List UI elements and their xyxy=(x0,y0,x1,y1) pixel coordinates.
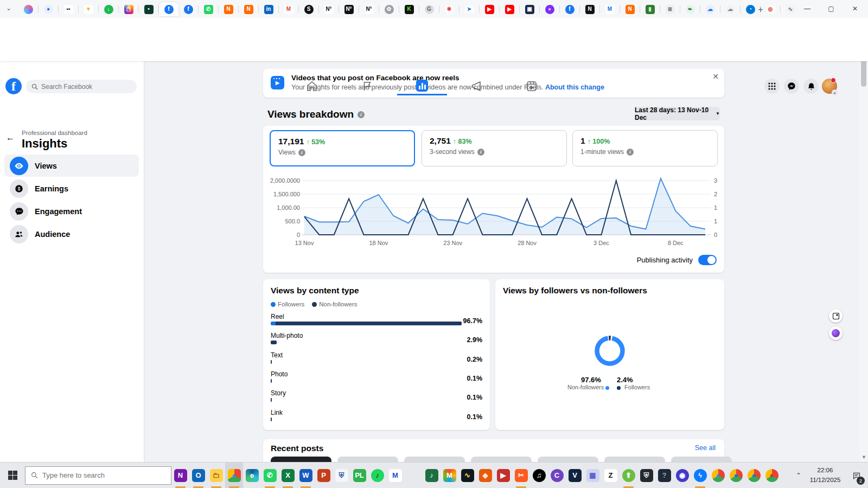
taskbar-chrome-profile-2-icon[interactable]: ● xyxy=(727,463,745,488)
taskbar-excel-icon[interactable]: X xyxy=(279,463,297,488)
content-type-row-multi-photo[interactable]: Multi-photo2.9% xyxy=(271,332,482,348)
facebook-tab-active[interactable]: f xyxy=(159,2,178,16)
window-maximize-button[interactable]: ▢ xyxy=(819,0,843,17)
taskbar-phone-app-icon[interactable]: ? xyxy=(655,463,673,488)
info-icon[interactable]: i xyxy=(627,149,634,156)
instagram-tab[interactable]: ◻ xyxy=(119,2,138,16)
fb-extra-tab[interactable]: f xyxy=(560,2,579,16)
content-type-row-photo[interactable]: Photo0.1% xyxy=(271,370,482,387)
taskbar-capcut-icon[interactable]: ✂ xyxy=(512,463,530,488)
dashes-tab[interactable]: ▪▪ xyxy=(59,2,78,16)
back-arrow-icon[interactable]: ← xyxy=(4,132,16,144)
notion-tab[interactable]: N xyxy=(580,2,599,16)
taskbar-upload-app-icon[interactable]: ⬆ xyxy=(620,463,637,488)
taskbar-video-app-icon[interactable]: ▶ xyxy=(494,463,512,488)
darkgreen-tab[interactable]: • xyxy=(139,2,158,16)
sidebar-item-engagement[interactable]: Engagement xyxy=(4,200,139,222)
side-panel-button[interactable] xyxy=(829,309,843,323)
taskbar-search-input[interactable] xyxy=(42,471,162,479)
taskbar-v-app-icon[interactable]: V xyxy=(566,463,584,488)
taskbar-messenger-icon[interactable]: ϟ xyxy=(691,463,709,488)
taskbar-chrome-icon[interactable]: ● xyxy=(225,463,243,488)
facebook-logo[interactable]: f xyxy=(5,78,22,94)
taskbar-tiktok-icon[interactable]: ♫ xyxy=(530,463,548,488)
scroll-down-arrow[interactable]: ▼ xyxy=(861,454,866,460)
blue-dot-tab[interactable]: ● xyxy=(39,2,58,16)
start-button[interactable] xyxy=(0,463,25,488)
blue-cloud-tab[interactable]: ☁ xyxy=(700,2,720,16)
stat-card-3-second-views[interactable]: 2,751↑ 83% 3-second viewsi xyxy=(422,130,567,166)
map-pin-tab[interactable]: ➤ xyxy=(459,2,479,16)
taskbar-chrome-profile-4-icon[interactable]: ● xyxy=(763,463,781,488)
leaf-tab[interactable]: ❧ xyxy=(680,2,700,16)
apps-grid-icon[interactable] xyxy=(764,79,780,94)
taskbar-defender-icon[interactable]: ⛨ xyxy=(637,463,655,488)
youtube-tab-1[interactable]: ▶ xyxy=(480,2,499,16)
info-icon[interactable]: i xyxy=(298,149,305,156)
gear-tab[interactable]: ✿ xyxy=(379,2,399,16)
content-type-row-story[interactable]: Story0.1% xyxy=(271,389,482,406)
taskbar-m-app-icon[interactable]: M xyxy=(386,463,404,488)
tab-insights-active[interactable] xyxy=(397,77,447,95)
window-close-button[interactable]: ✕ xyxy=(843,0,867,17)
facebook-tab[interactable]: f xyxy=(178,2,198,16)
news-tab-1[interactable]: N° xyxy=(319,2,339,16)
tab-reels[interactable] xyxy=(507,77,557,95)
info-icon[interactable]: i xyxy=(358,111,365,118)
orange-n-tab[interactable]: N xyxy=(219,2,238,16)
profile-avatar[interactable]: ⌄ xyxy=(822,79,837,94)
s-circle-tab[interactable]: S xyxy=(299,2,318,16)
taskbar-music-app-icon[interactable]: ♪ xyxy=(423,463,441,488)
window-minimize-button[interactable]: — xyxy=(795,0,819,17)
g-gray-tab[interactable]: G xyxy=(419,2,439,16)
taskbar-onenote-icon[interactable]: N xyxy=(171,463,189,488)
k-tab[interactable]: K xyxy=(399,2,419,16)
stat-card-views[interactable]: 17,191↑ 53% Viewsi xyxy=(270,130,415,166)
sidebar-item-views[interactable]: Views xyxy=(4,155,139,177)
funnel-tab[interactable]: ▼ xyxy=(79,2,98,16)
tab-pages[interactable] xyxy=(342,77,392,95)
taskbar-pl-app-icon[interactable]: PL xyxy=(350,463,368,488)
gray-cloud-tab[interactable]: ☁ xyxy=(720,2,740,16)
content-type-row-reel[interactable]: Reel96.7% xyxy=(271,313,482,329)
taskbar-chrome-profile-3-icon[interactable]: ● xyxy=(745,463,763,488)
orange-n3-tab[interactable]: N xyxy=(620,2,640,16)
taskbar-file-explorer-icon[interactable]: 🗀 xyxy=(207,463,225,488)
green-rect-tab[interactable]: ▮ xyxy=(640,2,660,16)
asterisk-tab[interactable]: ✱ xyxy=(439,2,459,16)
taskbar-edge-icon[interactable]: e xyxy=(243,463,261,488)
news-tab-3[interactable]: N° xyxy=(359,2,379,16)
taskbar-chrome-profile-1-icon[interactable]: ● xyxy=(709,463,727,488)
purple-tab[interactable]: ● xyxy=(540,2,559,16)
notifications-bell-icon[interactable] xyxy=(803,79,819,94)
taskbar-powerpoint-icon[interactable]: P xyxy=(315,463,333,488)
taskbar-z-app-icon[interactable]: Z xyxy=(602,463,620,488)
copilot-tab[interactable] xyxy=(18,2,38,16)
green-arrow-tab[interactable]: ↓ xyxy=(99,2,118,16)
gray-lines-tab[interactable]: ≣ xyxy=(660,2,680,16)
close-icon[interactable]: ✕ xyxy=(712,72,719,81)
taskbar-m365-copilot-icon[interactable]: M xyxy=(441,463,458,488)
see-all-link[interactable]: See all xyxy=(695,444,716,452)
facebook-search-input[interactable] xyxy=(41,83,128,91)
info-icon[interactable]: i xyxy=(477,149,484,156)
taskbar-word-icon[interactable]: W xyxy=(297,463,315,488)
navy-tab[interactable]: ▣ xyxy=(520,2,539,16)
tab-home[interactable] xyxy=(287,77,337,95)
m-blue-tab[interactable]: M xyxy=(600,2,620,16)
content-type-row-link[interactable]: Link0.1% xyxy=(271,409,482,425)
gmail-tab[interactable]: M xyxy=(279,2,298,16)
purple-widget-button[interactable] xyxy=(829,326,843,340)
tray-expand-icon[interactable]: ⌃ xyxy=(792,472,805,479)
taskbar-search[interactable] xyxy=(25,466,171,485)
linkedin-tab[interactable]: in xyxy=(259,2,278,16)
taskbar-clock[interactable]: 22:06 11/12/2025 xyxy=(805,466,845,485)
taskbar-shield-app-icon[interactable]: ⛨ xyxy=(333,463,350,488)
tab-ads[interactable] xyxy=(452,77,502,95)
date-range-selector[interactable]: Last 28 days: 13 Nov-10 Dec ▼ xyxy=(635,107,720,120)
new-tab-button[interactable]: + xyxy=(755,4,766,15)
taskbar-spotify-icon[interactable]: ♪ xyxy=(368,463,386,488)
page-scrollbar[interactable] xyxy=(859,37,868,462)
taskbar-outlook-icon[interactable]: O xyxy=(189,463,207,488)
green-app-tab[interactable]: ✆ xyxy=(199,2,218,16)
